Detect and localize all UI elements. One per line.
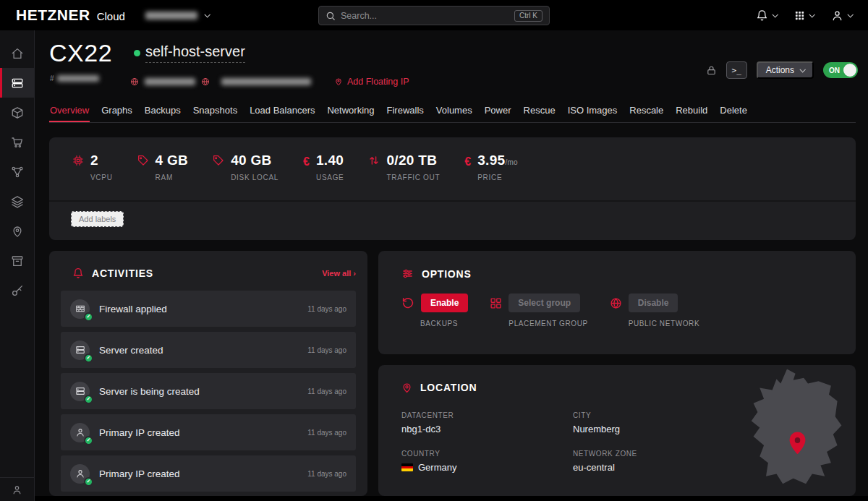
option-public-network: Disable PUBLIC NETWORK <box>610 294 699 327</box>
search-input-wrap[interactable]: Ctrl K <box>318 6 550 25</box>
history-icon <box>401 296 414 309</box>
key-icon <box>11 284 24 297</box>
activity-time: 11 days ago <box>307 387 346 395</box>
tab-bar: Overview Graphs Backups Snapshots Load B… <box>49 102 856 123</box>
actions-button[interactable]: Actions <box>757 61 814 79</box>
field-value: eu-central <box>573 462 739 473</box>
sidebar-item-load-balancers[interactable] <box>0 187 34 216</box>
activity-row[interactable]: ✓ Firewall applied 11 days ago <box>61 291 356 327</box>
sidebar-item-account[interactable] <box>0 477 34 501</box>
view-all-label: View all <box>322 269 351 278</box>
chevron-down-icon <box>772 12 778 17</box>
tab-power[interactable]: Power <box>484 102 512 122</box>
server-id-prefix: # <box>50 74 54 82</box>
location-card: LOCATION DATACENTER nbg1-dc3 CITY Nuremb… <box>378 365 856 496</box>
power-toggle[interactable]: ON <box>823 62 858 78</box>
sidebar-item-home[interactable] <box>0 38 34 68</box>
stat-label: PRICE <box>477 174 518 181</box>
add-floating-ip-label: Add Floating IP <box>347 77 409 87</box>
sidebar-item-servers[interactable] <box>0 68 34 98</box>
chevron-down-icon <box>799 67 805 72</box>
ipv6-address-redacted <box>221 78 311 85</box>
tab-rescale[interactable]: Rescale <box>629 102 664 122</box>
options-title: OPTIONS <box>422 268 472 280</box>
search-shortcut-hint: Ctrl K <box>514 10 542 22</box>
location-title: LOCATION <box>420 382 477 393</box>
stat-label: USAGE <box>316 174 344 181</box>
search-input[interactable] <box>341 11 509 21</box>
sliders-icon <box>401 267 414 280</box>
add-labels-button[interactable]: Add labels <box>71 211 124 227</box>
stats-card: 2 VCPU 4 GB RAM 40 GB DISK LOCAL € <box>49 137 856 240</box>
cart-icon <box>11 136 24 149</box>
activities-card: ACTIVITIES View all › ✓ Firewall applied… <box>49 251 367 496</box>
select-group-button[interactable]: Select group <box>509 294 580 312</box>
chevron-down-icon <box>204 12 210 17</box>
server-controls: >_ Actions ON <box>706 61 858 79</box>
project-selector[interactable] <box>145 12 209 20</box>
stat-suffix: /mo <box>505 158 518 166</box>
notifications-menu[interactable] <box>752 9 781 22</box>
bell-icon <box>72 267 84 279</box>
ram-icon <box>137 155 149 181</box>
server-icon: ✓ <box>70 382 90 401</box>
tab-iso-images[interactable]: ISO Images <box>567 102 618 122</box>
stat-value: 1.40 <box>316 153 344 168</box>
tab-graphs[interactable]: Graphs <box>101 102 133 122</box>
sidebar-item-ordering[interactable] <box>0 127 34 157</box>
home-icon <box>11 47 24 60</box>
success-badge: ✓ <box>84 395 93 404</box>
user-icon <box>831 9 843 22</box>
sidebar-item-images[interactable] <box>0 98 34 127</box>
server-icon: ✓ <box>70 341 90 360</box>
power-state-label: ON <box>829 67 840 74</box>
tab-snapshots[interactable]: Snapshots <box>192 102 238 122</box>
tab-volumes[interactable]: Volumes <box>435 102 473 122</box>
sidebar-item-security[interactable] <box>0 275 34 305</box>
apps-menu[interactable] <box>790 10 818 21</box>
sidebar-item-storage-boxes[interactable] <box>0 246 34 275</box>
brand-product: Cloud <box>97 10 125 22</box>
enable-backups-button[interactable]: Enable <box>421 294 468 312</box>
activity-label: Primary IP created <box>99 427 180 438</box>
console-button[interactable]: >_ <box>726 61 747 79</box>
activity-row[interactable]: ✓ Primary IP created 11 days ago <box>61 455 356 492</box>
activity-row[interactable]: ✓ Primary IP created 11 days ago <box>61 414 356 450</box>
stat-label: RAM <box>156 174 189 181</box>
tab-delete[interactable]: Delete <box>719 102 748 122</box>
topbar-right <box>752 0 856 30</box>
user-menu[interactable] <box>827 9 856 22</box>
ipv4-address-redacted <box>145 78 195 85</box>
lock-icon <box>706 65 717 76</box>
tab-networking[interactable]: Networking <box>326 102 375 122</box>
layers-icon <box>11 195 24 208</box>
success-badge: ✓ <box>84 436 93 445</box>
activity-row[interactable]: ✓ Server is being created 11 days ago <box>61 373 356 409</box>
field-value: Nuremberg <box>573 424 739 434</box>
activity-label: Primary IP created <box>99 468 180 479</box>
hetzner-logo[interactable]: HETZNER Cloud <box>16 7 125 24</box>
location-field-country: COUNTRY Germany <box>401 450 573 473</box>
tab-firewalls[interactable]: Firewalls <box>386 102 425 122</box>
activity-row[interactable]: ✓ Server created 11 days ago <box>61 332 356 368</box>
disk-icon <box>213 155 224 181</box>
stat-value: 3.95 <box>477 153 505 168</box>
tab-backups[interactable]: Backups <box>144 102 182 122</box>
tab-load-balancers[interactable]: Load Balancers <box>249 102 315 122</box>
sidebar-item-networks[interactable] <box>0 157 34 187</box>
field-label: CITY <box>573 411 739 419</box>
view-all-link[interactable]: View all › <box>322 269 356 278</box>
server-name[interactable]: self-host-server <box>145 43 245 63</box>
activity-time: 11 days ago <box>307 429 346 437</box>
arrow-right-icon: › <box>353 269 356 278</box>
add-floating-ip-link[interactable]: Add Floating IP <box>334 77 409 87</box>
stat-value: 40 GB <box>231 153 278 168</box>
tab-overview[interactable]: Overview <box>49 102 90 122</box>
disable-public-network-button[interactable]: Disable <box>629 294 678 312</box>
sidebar-item-floating-ips[interactable] <box>0 216 34 246</box>
tab-rebuild[interactable]: Rebuild <box>675 102 708 122</box>
option-label: BACKUPS <box>420 320 468 327</box>
tab-rescue[interactable]: Rescue <box>523 102 556 122</box>
field-label: COUNTRY <box>401 450 573 458</box>
stat-label: TRAFFIC OUT <box>386 174 440 181</box>
